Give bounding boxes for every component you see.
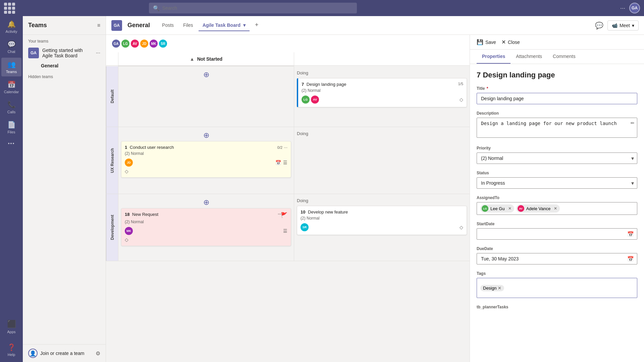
left-nav: 🔔 Activity 💬 Chat 👥 Teams 📅 Calendar 📞 C… xyxy=(0,16,23,362)
remove-tag-design-btn[interactable]: ✕ xyxy=(498,286,501,291)
priority-select[interactable]: (1) Urgent (2) Normal (3) Low (4) Very L… xyxy=(477,153,637,164)
meet-chevron-icon: ▾ xyxy=(632,23,634,28)
panel-tab-properties[interactable]: Properties xyxy=(477,50,511,64)
panel-close-button[interactable]: ✕ Close xyxy=(501,39,520,45)
sidebar-item-files[interactable]: 📄 Files xyxy=(1,118,21,137)
team-item-agile[interactable]: GA Getting started with Agile Task Board… xyxy=(23,45,106,61)
red-flag-icon: 🚩 xyxy=(281,212,287,218)
collapse-not-started-btn[interactable]: ▲ xyxy=(190,56,195,62)
member-avatar-4[interactable]: MK xyxy=(149,39,158,48)
description-edit-icon[interactable]: ✏ xyxy=(631,120,635,126)
panel-tab-attachments[interactable]: Attachments xyxy=(511,50,547,64)
calendar-icon: 📅 xyxy=(7,80,16,88)
task-1-progress: 0/2 xyxy=(277,145,282,149)
doing-label-default: Doing xyxy=(297,69,467,78)
swimlane-dev-doing: Doing 10 Develop new feature (2) Normal xyxy=(294,194,470,261)
activity-label: Activity xyxy=(6,29,17,34)
status-select[interactable]: Not Started In Progress Completed xyxy=(477,177,637,189)
sidebar-item-help[interactable]: ❓ Help xyxy=(1,341,21,359)
member-avatar-1[interactable]: LG xyxy=(121,39,130,48)
team-more-btn[interactable]: ··· xyxy=(96,50,100,56)
meet-label: Meet xyxy=(620,23,630,28)
task-18-more[interactable]: ··· xyxy=(278,211,281,216)
title-input[interactable] xyxy=(477,93,637,104)
sidebar-item-more[interactable]: ••• xyxy=(1,138,21,149)
meet-button[interactable]: 📹 Meet ▾ xyxy=(607,20,639,31)
tab-files[interactable]: Files xyxy=(179,20,197,31)
sidebar-item-apps[interactable]: ⬛ Apps xyxy=(1,317,21,337)
sidebar-item-teams[interactable]: 👥 Teams xyxy=(1,58,21,76)
tab-posts[interactable]: Posts xyxy=(158,20,178,31)
team-name: Getting started with Agile Task Board xyxy=(42,48,93,58)
member-avatar-3[interactable]: JD xyxy=(140,39,149,48)
add-tab-btn[interactable]: + xyxy=(251,19,263,32)
add-task-ux[interactable]: ⊕ xyxy=(121,130,291,141)
description-textarea[interactable]: Design a landing page for our new produc… xyxy=(477,118,637,138)
task-card-1[interactable]: 1 Conduct user research 0/2 ··· (2 xyxy=(121,141,291,178)
tab-agile-task-board[interactable]: Agile Task Board ▾ xyxy=(199,20,250,31)
priority-field-group: Priority (1) Urgent (2) Normal (3) Low (… xyxy=(477,146,637,164)
swimlane-label-ux[interactable]: UX Research xyxy=(106,127,118,194)
task-card-10[interactable]: 10 Develop new feature (2) Normal SR xyxy=(297,206,467,235)
settings-icon[interactable]: ⚙ xyxy=(96,350,100,357)
start-date-label: StartDate xyxy=(477,222,637,226)
more-options-icon[interactable]: ··· xyxy=(620,5,625,12)
tb-planner-group: tb_plannerTasks xyxy=(477,305,637,309)
join-icon: 👤 xyxy=(28,349,38,358)
hidden-teams[interactable]: Hidden teams xyxy=(23,70,106,83)
swimlane-default-not-started: ⊕ xyxy=(118,66,294,127)
panel-save-button[interactable]: 💾 Save xyxy=(477,39,496,45)
add-task-not-started-default[interactable]: ⊕ xyxy=(121,69,291,80)
user-avatar[interactable]: GA xyxy=(629,3,640,13)
assignee-jd: JD xyxy=(125,159,133,167)
task-18-number: 18 xyxy=(125,212,129,217)
task-1-more[interactable]: ··· xyxy=(284,145,287,150)
start-date-input[interactable] xyxy=(477,228,637,240)
tag-icon-10: ◇ xyxy=(460,225,463,230)
search-bar[interactable]: 🔍 xyxy=(149,3,357,13)
doing-label-dev: Doing xyxy=(297,197,467,206)
sidebar-header: Teams ≡ xyxy=(23,16,106,35)
join-create-team[interactable]: 👤 Join or create a team ⚙ xyxy=(23,344,106,362)
task-1-title: Conduct user research xyxy=(130,145,174,150)
task-card-18[interactable]: 18 New Request 🚩 (2) Normal ··· xyxy=(121,208,291,246)
task-7-icons: ◇ xyxy=(460,97,463,102)
task-id-title: 7 Design landing page xyxy=(477,71,637,79)
help-icon: ❓ xyxy=(7,343,16,351)
member-avatar-2[interactable]: AV xyxy=(130,39,140,48)
sidebar-title: Teams xyxy=(28,22,47,29)
sidebar-item-calendar[interactable]: 📅 Calendar xyxy=(1,78,21,97)
remove-lg-btn[interactable]: ✕ xyxy=(508,206,512,211)
sidebar-filter-icon[interactable]: ≡ xyxy=(97,22,100,28)
chat-icon: 💬 xyxy=(7,40,16,48)
swimlane-label-default[interactable]: Default xyxy=(106,66,118,127)
due-date-input[interactable] xyxy=(477,253,637,264)
add-task-dev[interactable]: ⊕ xyxy=(121,197,291,208)
swimlane-label-dev[interactable]: Development xyxy=(106,194,118,261)
tag-design-label: Design xyxy=(483,286,496,291)
channel-avatar: GA xyxy=(111,20,122,31)
tags-field-group: Tags Design ✕ xyxy=(477,271,637,298)
due-date-label: DueDate xyxy=(477,246,637,251)
channel-item-general[interactable]: General xyxy=(23,61,106,70)
conversation-icon[interactable]: 💬 xyxy=(595,21,603,29)
assignee-field[interactable]: LG Lee Gu ✕ AV Adele Vance ✕ xyxy=(477,202,637,215)
member-avatar-5[interactable]: SR xyxy=(158,39,168,48)
search-input[interactable] xyxy=(162,5,353,11)
sidebar-item-chat[interactable]: 💬 Chat xyxy=(1,38,21,56)
chat-label: Chat xyxy=(7,50,15,54)
member-avatar-0[interactable]: GA xyxy=(111,39,121,48)
remove-av-btn[interactable]: ✕ xyxy=(554,206,557,211)
task-1-icons: 📅 ☰ xyxy=(275,160,287,165)
channel-header: GA General Posts Files Agile Task Board … xyxy=(106,16,644,35)
save-icon: 💾 xyxy=(477,39,483,45)
calls-icon: 📞 xyxy=(7,101,16,109)
task-card-7[interactable]: 7 Design landing page 1/5 (2) Normal L xyxy=(297,78,467,107)
chip-name-av: Adele Vance xyxy=(526,206,551,211)
tags-field[interactable]: Design ✕ xyxy=(477,278,637,298)
app-grid-icon[interactable] xyxy=(4,3,15,14)
sidebar-item-activity[interactable]: 🔔 Activity xyxy=(1,17,21,36)
panel-tab-comments[interactable]: Comments xyxy=(547,50,581,64)
apps-icon: ⬛ xyxy=(7,320,16,328)
sidebar-item-calls[interactable]: 📞 Calls xyxy=(1,98,21,117)
